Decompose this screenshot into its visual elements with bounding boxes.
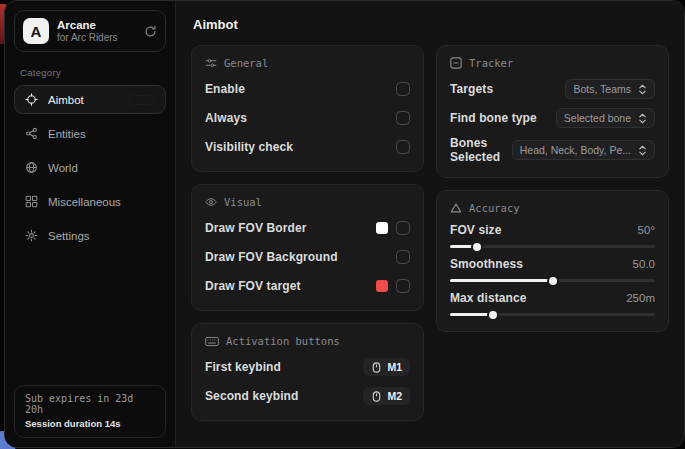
slider-fill[interactable] — [450, 279, 553, 282]
sidebar-item-miscellaneous[interactable]: Miscellaneous — [14, 187, 166, 216]
triangle-icon — [450, 202, 462, 214]
setting-row-second-keybind: Second keybind M2 — [205, 385, 410, 407]
dropdown-value: Head, Neck, Body, Pe... — [520, 144, 631, 156]
find-bone-type-dropdown[interactable]: Selected bone — [556, 108, 655, 128]
targets-dropdown[interactable]: Bots, Teams — [565, 79, 655, 99]
setting-row-smoothness: Smoothness 50.0 — [450, 257, 655, 282]
keybind-hint-ghost — [129, 95, 155, 105]
setting-row-fov-size: FOV size 50° — [450, 223, 655, 248]
slider-value: 250m — [626, 292, 655, 304]
sidebar-item-entities[interactable]: Entities — [14, 119, 166, 148]
crosshair-icon — [25, 93, 39, 106]
sidebar-nav: Aimbot Entities — [14, 85, 166, 250]
refresh-icon[interactable] — [144, 25, 157, 38]
unfold-icon — [638, 113, 647, 124]
section-title: Tracker — [469, 57, 513, 69]
setting-label: Targets — [450, 82, 493, 96]
setting-label: Bones Selected — [450, 136, 512, 164]
eye-icon — [205, 196, 217, 208]
grid-icon — [25, 195, 39, 208]
accuracy-card: Accuracy FOV size 50° — [436, 190, 669, 332]
first-keybind-button[interactable]: M1 — [363, 358, 410, 376]
sidebar-item-label: Aimbot — [48, 94, 84, 106]
setting-label: Draw FOV Border — [205, 221, 307, 235]
keybind-value: M2 — [387, 390, 402, 402]
keybind-value: M1 — [387, 361, 402, 373]
setting-label: Enable — [205, 82, 245, 96]
sidebar-item-label: Entities — [48, 128, 86, 140]
app-name: Arcane — [57, 19, 136, 32]
left-column: General Enable Always Visibility check — [191, 45, 424, 421]
fov-background-checkbox[interactable] — [396, 250, 410, 264]
unfold-icon — [638, 145, 647, 156]
subscription-info-card: Sub expires in 23d 20h Session duration … — [14, 385, 166, 438]
setting-label: Max distance — [450, 291, 527, 305]
always-checkbox[interactable] — [396, 111, 410, 125]
max-distance-slider[interactable] — [450, 313, 655, 316]
mouse-icon — [371, 391, 382, 402]
page-title: Aimbot — [193, 17, 669, 32]
setting-label: Draw FOV Background — [205, 250, 338, 264]
smoothness-slider[interactable] — [450, 279, 655, 282]
fov-target-checkbox[interactable] — [396, 279, 410, 293]
setting-label: Always — [205, 111, 247, 125]
fov-target-color-swatch[interactable] — [376, 280, 388, 292]
setting-row-targets: Targets Bots, Teams — [450, 78, 655, 100]
sidebar-item-label: World — [48, 162, 78, 174]
app-logo-card: A Arcane for Arc Riders — [14, 10, 166, 52]
fov-border-color-swatch[interactable] — [376, 222, 388, 234]
section-title: Accuracy — [469, 202, 520, 214]
right-column: Tracker Targets Bots, Teams — [436, 45, 669, 332]
app-logo: A — [23, 18, 49, 44]
sidebar: A Arcane for Arc Riders Category — [5, 1, 176, 447]
sidebar-item-aimbot[interactable]: Aimbot — [14, 85, 166, 114]
gear-icon — [25, 229, 39, 242]
section-title: General — [224, 57, 268, 69]
slider-fill[interactable] — [450, 245, 477, 248]
sidebar-item-settings[interactable]: Settings — [14, 221, 166, 250]
dropdown-value: Selected bone — [564, 112, 631, 124]
setting-label: Draw FOV target — [205, 279, 301, 293]
setting-label: FOV size — [450, 223, 501, 237]
setting-label: Find bone type — [450, 111, 537, 125]
sidebar-item-world[interactable]: World — [14, 153, 166, 182]
app-subtitle: for Arc Riders — [57, 32, 136, 44]
setting-label: Second keybind — [205, 389, 298, 403]
desktop: A Arcane for Arc Riders Category — [0, 0, 685, 449]
session-duration-text: Session duration 14s — [25, 418, 155, 429]
sub-expires-text: Sub expires in 23d 20h — [25, 393, 155, 415]
dropdown-value: Bots, Teams — [573, 83, 631, 95]
tracker-box-icon — [450, 57, 462, 69]
mouse-icon — [371, 362, 382, 373]
tracker-card: Tracker Targets Bots, Teams — [436, 45, 669, 178]
setting-row-fov-target: Draw FOV target — [205, 275, 410, 297]
setting-row-find-bone-type: Find bone type Selected bone — [450, 107, 655, 129]
enable-checkbox[interactable] — [396, 82, 410, 96]
setting-row-first-keybind: First keybind M1 — [205, 356, 410, 378]
fov-size-slider[interactable] — [450, 245, 655, 248]
fov-border-checkbox[interactable] — [396, 221, 410, 235]
setting-label: Visibility check — [205, 140, 293, 154]
visual-card: Visual Draw FOV Border Draw FOV Backgrou… — [191, 184, 424, 311]
main-content: Aimbot General — [176, 1, 684, 447]
activation-buttons-card: Activation buttons First keybind M1 — [191, 323, 424, 421]
app-title-block: Arcane for Arc Riders — [57, 19, 136, 44]
bones-selected-dropdown[interactable]: Head, Neck, Body, Pe... — [512, 140, 655, 160]
unfold-icon — [638, 84, 647, 95]
slider-value: 50.0 — [633, 258, 655, 270]
setting-row-always: Always — [205, 107, 410, 129]
setting-row-fov-border: Draw FOV Border — [205, 217, 410, 239]
globe-icon — [25, 161, 39, 174]
section-title: Activation buttons — [226, 335, 340, 347]
keyboard-icon — [205, 336, 219, 347]
entities-icon — [25, 127, 39, 140]
setting-row-enable: Enable — [205, 78, 410, 100]
visibility-check-checkbox[interactable] — [396, 140, 410, 154]
arcane-window: A Arcane for Arc Riders Category — [4, 0, 685, 448]
setting-row-max-distance: Max distance 250m — [450, 291, 655, 316]
setting-row-fov-background: Draw FOV Background — [205, 246, 410, 268]
slider-value: 50° — [638, 224, 655, 236]
second-keybind-button[interactable]: M2 — [363, 387, 410, 405]
sidebar-item-label: Miscellaneous — [48, 196, 121, 208]
slider-fill[interactable] — [450, 313, 493, 316]
